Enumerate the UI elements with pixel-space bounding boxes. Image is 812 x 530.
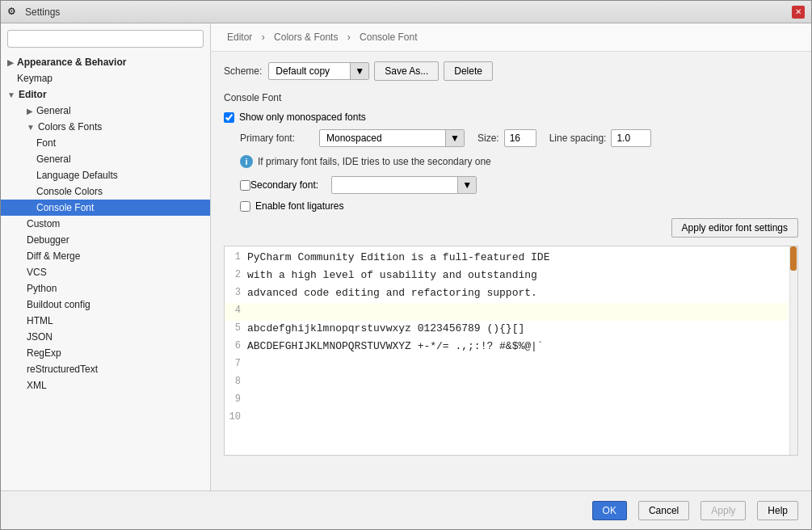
delete-button[interactable]: Delete bbox=[444, 61, 493, 81]
size-label: Size: bbox=[478, 132, 499, 144]
tree-container: ▶Appearance & BehaviorKeymap▼Editor▶Gene… bbox=[1, 54, 210, 393]
help-button[interactable]: Help bbox=[757, 501, 798, 520]
line-number: 10 bbox=[225, 410, 247, 427]
tree-arrow: ▼ bbox=[27, 123, 35, 132]
breadcrumb-colors-fonts: Colors & Fonts bbox=[274, 32, 338, 43]
tree-arrow: ▶ bbox=[27, 107, 33, 116]
preview-line: 5abcdefghijklmnopqrstuvwxyz 0123456789 (… bbox=[225, 321, 788, 339]
preview-line: 4 bbox=[225, 303, 788, 321]
ok-button[interactable]: OK bbox=[592, 501, 627, 520]
monospaced-checkbox[interactable] bbox=[224, 112, 234, 123]
tree-label: Diff & Merge bbox=[27, 250, 80, 262]
bottom-bar: OK Cancel Apply Help bbox=[1, 490, 811, 529]
tree-label: Custom bbox=[27, 218, 60, 229]
sidebar-item-debugger[interactable]: Debugger bbox=[1, 232, 210, 248]
secondary-font-dropdown[interactable]: ▼ bbox=[331, 176, 477, 194]
primary-font-dropdown[interactable]: Monospaced ▼ bbox=[319, 129, 465, 147]
preview-line: 1PyCharm Community Edition is a full-fea… bbox=[225, 250, 788, 267]
scheme-value: Default copy bbox=[269, 63, 350, 79]
titlebar: ⚙ Settings ✕ bbox=[1, 1, 811, 23]
scheme-row: Scheme: Default copy ▼ Save As... Delete bbox=[224, 61, 798, 81]
section-title: Console Font bbox=[224, 92, 798, 103]
tree-label: Console Font bbox=[36, 202, 94, 213]
sidebar-item-font[interactable]: Font bbox=[1, 135, 210, 151]
cancel-button[interactable]: Cancel bbox=[638, 501, 689, 520]
breadcrumb-editor: Editor bbox=[227, 32, 252, 43]
sidebar-item-xml[interactable]: XML bbox=[1, 377, 210, 393]
apply-button[interactable]: Apply bbox=[701, 501, 746, 520]
breadcrumb-sep2: › bbox=[347, 32, 353, 43]
tree-label: HTML bbox=[27, 315, 53, 326]
tree-label: General bbox=[36, 105, 71, 116]
line-number: 2 bbox=[225, 267, 247, 285]
search-input[interactable] bbox=[7, 30, 204, 48]
line-content: with a high level of usability and outst… bbox=[247, 267, 788, 285]
sidebar-item-language-defaults[interactable]: Language Defaults bbox=[1, 167, 210, 183]
line-spacing-input[interactable] bbox=[611, 129, 651, 147]
scheme-label: Scheme: bbox=[224, 65, 262, 77]
sidebar-item-editor[interactable]: ▼Editor bbox=[1, 86, 210, 103]
size-input[interactable] bbox=[504, 129, 536, 147]
scheme-dropdown-arrow[interactable]: ▼ bbox=[350, 63, 368, 79]
tree-label: Buildout config bbox=[27, 299, 90, 310]
sidebar-item-diff---merge[interactable]: Diff & Merge bbox=[1, 248, 210, 264]
close-button[interactable]: ✕ bbox=[792, 6, 805, 19]
preview-line: 9 bbox=[225, 392, 788, 410]
sidebar-item-regexp[interactable]: RegExp bbox=[1, 345, 210, 361]
line-number: 8 bbox=[225, 374, 247, 392]
ligatures-label: Enable font ligatures bbox=[255, 200, 343, 212]
apply-editor-font-button[interactable]: Apply editor font settings bbox=[671, 218, 798, 238]
line-content: advanced code editing and refactoring su… bbox=[247, 285, 788, 303]
preview-line: 10 bbox=[225, 410, 788, 427]
tree-label: Appearance & Behavior bbox=[17, 57, 126, 68]
sidebar-item-html[interactable]: HTML bbox=[1, 313, 210, 329]
sidebar-item-general[interactable]: General bbox=[1, 151, 210, 167]
sidebar-item-vcs[interactable]: VCS bbox=[1, 264, 210, 280]
sidebar-item-colors---fonts[interactable]: ▼Colors & Fonts bbox=[1, 119, 210, 135]
ligatures-checkbox[interactable] bbox=[240, 201, 250, 212]
line-number: 9 bbox=[225, 392, 247, 410]
secondary-font-arrow[interactable]: ▼ bbox=[457, 177, 476, 193]
line-content bbox=[247, 356, 788, 374]
info-icon: i bbox=[240, 155, 253, 168]
sidebar-item-python[interactable]: Python bbox=[1, 280, 210, 297]
primary-font-value: Monospaced bbox=[320, 130, 445, 146]
preview-line: 2with a high level of usability and outs… bbox=[225, 267, 788, 285]
secondary-checkbox[interactable] bbox=[240, 180, 250, 191]
line-content: ABCDEFGHIJKLMNOPQRSTUVWXYZ +-*/= .,;:!? … bbox=[247, 339, 788, 356]
sidebar-item-appearance---behavior[interactable]: ▶Appearance & Behavior bbox=[1, 54, 210, 70]
preview-scrollbar-thumb[interactable] bbox=[790, 246, 797, 271]
line-number: 4 bbox=[225, 303, 247, 321]
tree-label: XML bbox=[27, 380, 47, 391]
tree-label: Python bbox=[27, 283, 57, 294]
secondary-label: Secondary font: bbox=[250, 179, 318, 191]
sidebar-item-buildout-config[interactable]: Buildout config bbox=[1, 297, 210, 313]
preview-scrollbar[interactable] bbox=[789, 246, 797, 455]
breadcrumb-console-font: Console Font bbox=[360, 32, 417, 43]
sidebar-item-json[interactable]: JSON bbox=[1, 329, 210, 345]
line-content: abcdefghijklmnopqrstuvwxyz 0123456789 ()… bbox=[247, 321, 788, 339]
monospaced-label: Show only monospaced fonts bbox=[239, 111, 366, 123]
tree-label: Colors & Fonts bbox=[38, 121, 102, 132]
monospaced-checkbox-row: Show only monospaced fonts bbox=[224, 111, 798, 123]
tree-label: General bbox=[36, 154, 71, 165]
line-spacing-label: Line spacing: bbox=[549, 132, 607, 144]
main-content: ▶Appearance & BehaviorKeymap▼Editor▶Gene… bbox=[1, 23, 811, 490]
tree-label: Console Colors bbox=[36, 186, 103, 197]
primary-font-label: Primary font: bbox=[240, 132, 313, 144]
tree-label: Editor bbox=[19, 89, 47, 100]
sidebar-item-custom[interactable]: Custom bbox=[1, 216, 210, 232]
sidebar-item-console-font[interactable]: Console Font bbox=[1, 200, 210, 216]
sidebar-item-keymap[interactable]: Keymap bbox=[1, 70, 210, 86]
tree-label: Keymap bbox=[17, 73, 53, 84]
line-number: 6 bbox=[225, 339, 247, 356]
save-as-button[interactable]: Save As... bbox=[374, 61, 439, 81]
sidebar-item-restructuredtext[interactable]: reStructuredText bbox=[1, 361, 210, 377]
primary-font-arrow[interactable]: ▼ bbox=[445, 130, 464, 146]
tree-label: Font bbox=[36, 137, 56, 149]
sidebar-item-general[interactable]: ▶General bbox=[1, 103, 210, 119]
scheme-dropdown[interactable]: Default copy ▼ bbox=[268, 62, 369, 80]
preview-line: 6ABCDEFGHIJKLMNOPQRSTUVWXYZ +-*/= .,;:!?… bbox=[225, 339, 788, 356]
sidebar-item-console-colors[interactable]: Console Colors bbox=[1, 183, 210, 200]
preview-line: 7 bbox=[225, 356, 788, 374]
